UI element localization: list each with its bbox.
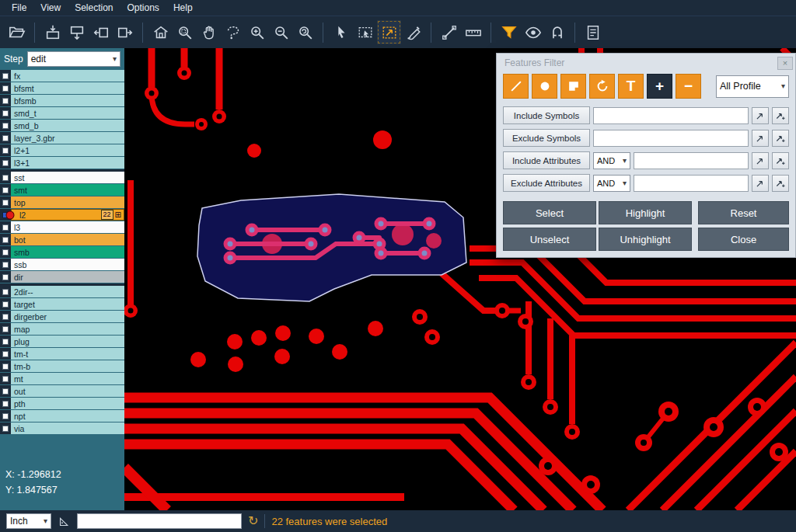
layer-checkbox[interactable] [2, 274, 9, 280]
layer-visibility-cell[interactable] [0, 172, 11, 183]
features-filter-button[interactable] [497, 20, 521, 44]
layer-checkbox[interactable] [2, 351, 9, 357]
layer-swatch[interactable]: smd_t [11, 107, 124, 119]
exclude-symbols-pick-add-button[interactable] [772, 130, 789, 147]
step-select[interactable]: edit ▾ [27, 51, 120, 67]
unselect-button[interactable]: Unselect [503, 228, 596, 251]
layer-swatch[interactable]: top [11, 196, 124, 208]
layer-checkbox[interactable] [2, 85, 9, 92]
filter-surfaces-button[interactable] [560, 74, 586, 99]
layer-swatch[interactable]: layer_3.gbr [11, 132, 124, 144]
dialog-titlebar[interactable]: Features Filter [497, 54, 795, 72]
export-button[interactable] [65, 20, 89, 44]
layer-visibility-cell[interactable] [0, 422, 11, 434]
select-pointer-button[interactable] [329, 20, 353, 44]
ruler-button[interactable] [461, 20, 485, 44]
command-input[interactable] [77, 513, 242, 529]
layer-checkbox[interactable] [2, 326, 9, 332]
include-symbols-input[interactable] [593, 107, 749, 124]
report-button[interactable] [581, 20, 605, 44]
layer-swatch[interactable]: npt [11, 410, 124, 422]
layer-checkbox[interactable] [2, 376, 9, 382]
zoom-out-button[interactable] [269, 20, 293, 44]
layer-row[interactable]: top [0, 196, 124, 208]
layer-swatch[interactable]: bfsmt [11, 82, 124, 94]
exclude-symbols-button[interactable]: Exclude Symbols [503, 129, 590, 147]
layer-swatch[interactable]: bot [11, 234, 124, 245]
layer-checkbox[interactable] [2, 339, 9, 345]
layer-row[interactable]: plug [0, 336, 124, 347]
layer-checkbox[interactable] [2, 187, 9, 193]
exclude-attributes-pick-button[interactable] [752, 175, 769, 192]
zoom-window-button[interactable] [173, 20, 197, 44]
select-button[interactable]: Select [503, 201, 596, 224]
unhighlight-button[interactable]: Unhighlight [599, 228, 692, 251]
layer-swatch[interactable]: fx [11, 70, 124, 82]
select-window-button[interactable] [353, 20, 377, 44]
layer-visibility-cell[interactable] [0, 95, 11, 106]
layer-swatch[interactable]: smt [11, 184, 124, 196]
layer-row[interactable]: fx [0, 70, 124, 82]
layer-checkbox[interactable] [2, 160, 9, 166]
filter-text-button[interactable]: T [618, 74, 644, 99]
layer-row[interactable]: dir [0, 271, 124, 283]
layer-swatch[interactable]: l3 [11, 221, 124, 233]
layer-row[interactable]: npt [0, 410, 124, 422]
layer-checkbox[interactable] [2, 123, 9, 129]
layer-row[interactable]: map [0, 323, 124, 335]
layer-swatch[interactable]: smb [11, 246, 124, 258]
layer-row[interactable]: tm-t [0, 348, 124, 360]
include-attributes-input[interactable] [634, 152, 749, 169]
layer-visibility-cell[interactable] [0, 410, 11, 422]
layer-row[interactable]: pth [0, 398, 124, 409]
exclude-attributes-pick-add-button[interactable] [772, 175, 789, 192]
layer-swatch[interactable]: 2dir-- [11, 286, 124, 297]
layer-row[interactable]: bfsmb [0, 95, 124, 106]
layer-visibility-cell[interactable] [0, 221, 11, 233]
layer-checkbox[interactable] [2, 249, 9, 256]
layer-swatch[interactable]: dirgerber [11, 311, 124, 322]
layer-visibility-cell[interactable] [0, 234, 11, 245]
lasso-zoom-button[interactable] [221, 20, 245, 44]
snap-button[interactable] [545, 20, 569, 44]
layer-row[interactable]: bot [0, 234, 124, 245]
layer-swatch[interactable]: via [11, 422, 124, 434]
filter-lines-button[interactable] [503, 74, 529, 99]
layer-grid-icon[interactable]: ⊞ [115, 211, 121, 219]
layer-checkbox[interactable] [2, 98, 9, 104]
layer-swatch[interactable]: tm-b [11, 360, 124, 372]
menu-help[interactable]: Help [166, 2, 200, 14]
layer-swatch[interactable]: target [11, 298, 124, 310]
filter-positive-button[interactable]: + [647, 74, 672, 99]
units-select[interactable]: Inch ▾ [6, 513, 51, 529]
apply-filter-button[interactable] [401, 20, 425, 44]
layer-swatch[interactable]: map [11, 323, 124, 335]
include-attributes-button[interactable]: Include Attributes [503, 151, 590, 169]
layer-row[interactable]: smd_t [0, 107, 124, 119]
layer-checkbox[interactable] [2, 175, 9, 181]
layer-visibility-cell[interactable] [0, 323, 11, 335]
layer-visibility-cell[interactable] [0, 271, 11, 283]
layer-row[interactable]: smb [0, 246, 124, 258]
layer-swatch[interactable]: mt [11, 373, 124, 384]
layer-visibility-cell[interactable] [0, 132, 11, 144]
layer-row[interactable]: bfsmt [0, 82, 124, 94]
layer-visibility-cell[interactable] [0, 348, 11, 360]
include-attributes-operator-select[interactable]: AND ▾ [593, 152, 630, 169]
menu-selection[interactable]: Selection [68, 2, 120, 14]
import-button[interactable] [40, 20, 65, 44]
open-button[interactable] [5, 20, 29, 44]
layer-swatch[interactable]: plug [11, 336, 124, 347]
exclude-symbols-input[interactable] [593, 130, 749, 147]
layer-checkbox[interactable] [2, 148, 9, 154]
layer-swatch[interactable]: bfsmb [11, 95, 124, 106]
include-symbols-pick-add-button[interactable] [772, 107, 789, 124]
layer-row[interactable]: l3 [0, 221, 124, 233]
layer-checkbox[interactable] [2, 289, 9, 295]
layer-row[interactable]: 2dir-- [0, 286, 124, 297]
layer-swatch[interactable]: ssb [11, 259, 124, 270]
layer-checkbox[interactable] [2, 388, 9, 395]
layer-swatch[interactable]: l2+1 [11, 144, 124, 156]
pan-button[interactable] [197, 20, 221, 44]
layer-checkbox[interactable] [2, 363, 9, 370]
